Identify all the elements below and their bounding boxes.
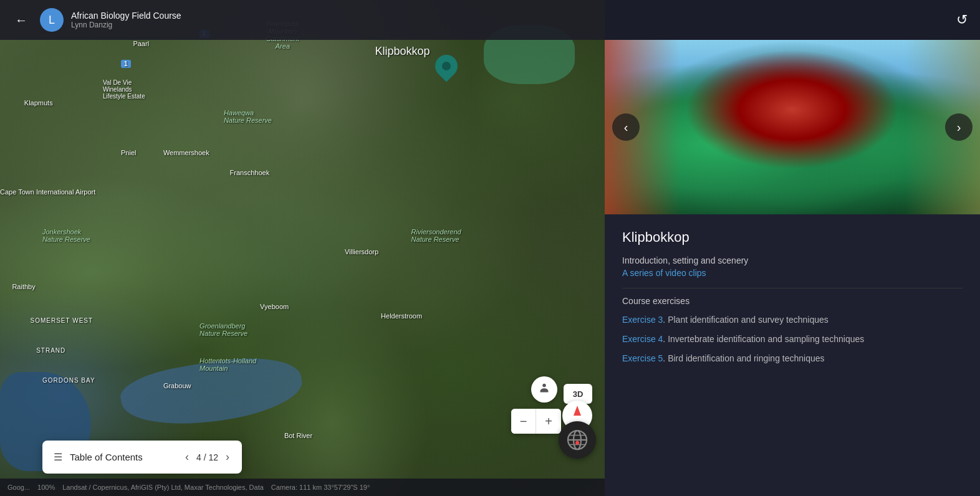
person-icon	[537, 383, 551, 396]
pin-inner	[442, 62, 451, 70]
zoom-out-button[interactable]: −	[511, 409, 536, 434]
exercise-3-separator: .	[663, 315, 668, 325]
exercise-4-desc: Invertebrate identification and sampling…	[668, 334, 864, 344]
toc-label: Table of Contents	[70, 452, 176, 462]
exercise-item-5: Exercise 5. Bird identification and ring…	[622, 352, 963, 365]
exercise-item-4: Exercise 4. Invertebrate identification …	[622, 333, 963, 346]
exercise-5-desc: Bird identification and ringing techniqu…	[668, 353, 824, 363]
zoom-in-button[interactable]: +	[536, 409, 561, 434]
section-divider	[622, 288, 963, 289]
carousel-prev-button[interactable]: ‹	[612, 113, 640, 141]
course-exercises-title: Course exercises	[622, 296, 963, 306]
exercise-3-desc: Plant identification and survey techniqu…	[668, 315, 829, 325]
carousel-next-button[interactable]: ›	[945, 113, 973, 141]
map-camera: Camera: 111 km 33°57'29"S 19°	[271, 484, 370, 491]
right-topbar: ↺	[605, 0, 980, 40]
toc-icon: ☰	[54, 451, 62, 463]
toc-pages: 4 / 12	[196, 452, 218, 462]
exercise-4-link[interactable]: Exercise 4	[622, 334, 663, 344]
compass-north	[574, 406, 581, 416]
location-title: Klipbokkop	[622, 229, 963, 246]
exercise-3-link[interactable]: Exercise 3	[622, 315, 663, 325]
map-scale: 100%	[37, 484, 55, 491]
intro-link[interactable]: A series of video clips	[622, 268, 963, 278]
toc-widget: ☰ Table of Contents ‹ 4 / 12 ›	[42, 441, 242, 474]
toc-navigation: ‹ 4 / 12 ›	[184, 449, 231, 465]
map-attribution: Landsat / Copernicus, AfriGIS (Pty) Ltd,…	[62, 484, 264, 491]
avatar: L	[40, 8, 64, 32]
map-branding: Goog...	[7, 484, 30, 491]
toc-next-button[interactable]: ›	[224, 449, 231, 465]
globe-icon	[566, 429, 588, 451]
exercise-4-separator: .	[663, 334, 668, 344]
back-button[interactable]: ←	[10, 9, 32, 31]
course-info: African Biology Field Course Lynn Danzig	[71, 11, 181, 29]
exercise-5-separator: .	[663, 353, 668, 363]
map-topbar: ← L African Biology Field Course Lynn Da…	[0, 0, 605, 40]
pin-circle	[431, 50, 463, 82]
svg-point-0	[542, 384, 546, 388]
right-panel: ↺ ‹ › Klipbokkop Introduction, setting a…	[605, 0, 980, 496]
exercise-5-link[interactable]: Exercise 5	[622, 353, 663, 363]
course-title: African Biology Field Course	[71, 11, 181, 21]
course-user: Lynn Danzig	[71, 21, 181, 29]
map-pin	[435, 55, 458, 77]
globe-button[interactable]	[559, 421, 596, 459]
image-carousel: ‹ ›	[605, 40, 980, 214]
zoom-controls: − +	[511, 409, 561, 434]
street-view-button[interactable]	[531, 376, 557, 403]
toc-prev-button[interactable]: ‹	[184, 449, 190, 465]
exercise-item-3: Exercise 3. Plant identification and sur…	[622, 313, 963, 327]
refresh-button[interactable]: ↺	[956, 12, 968, 28]
content-area: Klipbokkop Introduction, setting and sce…	[605, 214, 980, 496]
map-panel: Klipbokkop HawequasMountainCatchmentArea…	[0, 0, 605, 496]
intro-header: Introduction, setting and scenery	[622, 255, 963, 265]
map-bottombar: Goog... 100% Landsat / Copernicus, AfriG…	[0, 479, 605, 496]
